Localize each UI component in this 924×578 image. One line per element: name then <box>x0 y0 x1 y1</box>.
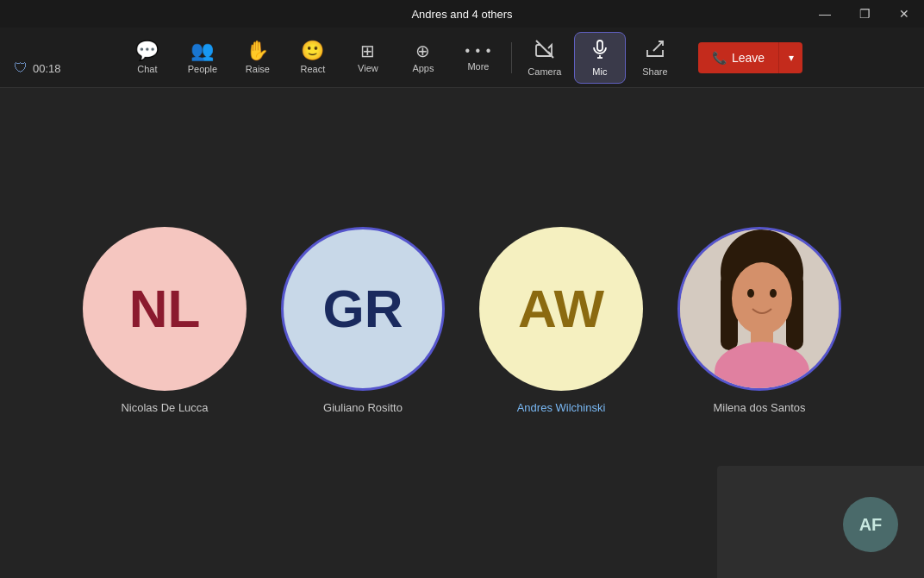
people-label: People <box>188 64 217 74</box>
initials-nl: NL <box>129 278 201 339</box>
people-icon: 👥 <box>190 41 214 60</box>
leave-group: 📞 Leave ▾ <box>698 42 802 73</box>
apps-icon: ⊕ <box>415 42 430 60</box>
view-icon: ⊞ <box>360 42 375 60</box>
window-title: Andres and 4 others <box>411 8 512 21</box>
share-button[interactable]: Share <box>629 32 681 84</box>
toolbar: 🛡 00:18 💬 Chat 👥 People ✋ Raise 🙂 React … <box>0 28 924 88</box>
apps-button[interactable]: ⊕ Apps <box>397 32 449 84</box>
camera-button[interactable]: Camera <box>519 32 571 84</box>
svg-rect-1 <box>597 41 602 51</box>
participant-gr: GR Giuliano Rositto <box>281 227 445 414</box>
avatar-gr: GR <box>281 227 445 391</box>
svg-point-12 <box>747 289 754 298</box>
call-timer: 🛡 00:18 <box>14 60 61 76</box>
window-controls: — ❐ ✕ <box>805 0 924 28</box>
name-gr: Giuliano Rositto <box>323 401 403 414</box>
name-ms: Milena dos Santos <box>714 401 806 414</box>
view-button[interactable]: ⊞ View <box>342 32 394 84</box>
more-icon: • • • <box>465 44 492 58</box>
share-label: Share <box>642 66 667 77</box>
camera-label: Camera <box>528 66 561 77</box>
react-label: React <box>301 64 326 74</box>
close-button[interactable]: ✕ <box>884 0 924 28</box>
apps-label: Apps <box>412 63 434 73</box>
view-label: View <box>358 63 378 73</box>
timer-display: 00:18 <box>33 62 61 75</box>
main-content: NL Nicolas De Lucca GR Giuliano Rositto … <box>0 88 924 578</box>
name-aw: Andres Wilchinski <box>517 401 606 414</box>
separator <box>511 42 512 73</box>
participant-aw: AW Andres Wilchinski <box>479 227 643 414</box>
participant-ms: Milena dos Santos <box>677 227 841 414</box>
name-nl: Nicolas De Lucca <box>121 401 208 414</box>
phone-icon: 📞 <box>712 51 727 65</box>
chevron-down-icon: ▾ <box>789 52 794 64</box>
mic-button[interactable]: Mic <box>574 32 626 84</box>
chat-label: Chat <box>137 64 157 74</box>
initials-aw: AW <box>518 278 604 339</box>
mic-label: Mic <box>592 66 607 77</box>
chat-icon: 💬 <box>135 41 159 60</box>
self-avatar: AF <box>843 497 898 552</box>
title-bar: Andres and 4 others — ❐ ✕ <box>0 0 924 28</box>
raise-icon: ✋ <box>246 41 269 60</box>
raise-label: Raise <box>246 64 270 74</box>
initials-gr: GR <box>323 278 403 339</box>
minimize-button[interactable]: — <box>805 0 845 28</box>
mic-icon <box>590 39 610 63</box>
self-initials: AF <box>859 515 883 535</box>
participant-grid: NL Nicolas De Lucca GR Giuliano Rositto … <box>83 227 841 414</box>
leave-label: Leave <box>732 51 765 65</box>
maximize-button[interactable]: ❐ <box>845 0 884 28</box>
leave-dropdown-button[interactable]: ▾ <box>778 42 802 73</box>
camera-icon <box>534 39 555 63</box>
shield-icon: 🛡 <box>14 60 28 76</box>
svg-point-9 <box>732 262 792 335</box>
avatar-nl: NL <box>83 227 247 391</box>
milena-photo-svg <box>680 229 841 391</box>
avatar-aw: AW <box>479 227 643 391</box>
participant-nl: NL Nicolas De Lucca <box>83 227 247 414</box>
avatar-ms <box>677 227 841 391</box>
svg-line-4 <box>653 41 663 51</box>
svg-point-13 <box>770 289 777 298</box>
chat-button[interactable]: 💬 Chat <box>122 32 173 84</box>
share-icon <box>645 39 665 63</box>
more-label: More <box>467 61 489 72</box>
more-button[interactable]: • • • More <box>453 32 504 84</box>
leave-button[interactable]: 📞 Leave <box>698 42 778 73</box>
react-icon: 🙂 <box>301 41 324 60</box>
people-button[interactable]: 👥 People <box>177 32 228 84</box>
raise-button[interactable]: ✋ Raise <box>232 32 284 84</box>
react-button[interactable]: 🙂 React <box>287 32 339 84</box>
